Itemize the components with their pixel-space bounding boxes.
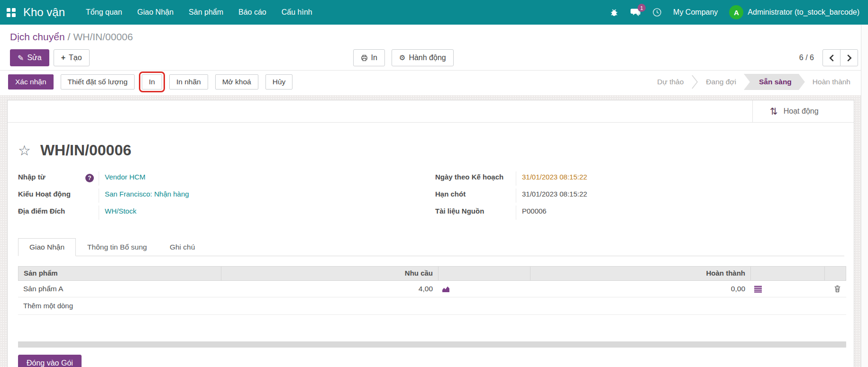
menu-products[interactable]: Sản phẩm [181, 0, 231, 25]
validate-button[interactable]: Xác nhận [8, 74, 54, 90]
avatar: A [729, 5, 743, 19]
page-scrollbar[interactable] [861, 25, 868, 367]
debug-icon[interactable] [610, 8, 619, 17]
cell-forecast [438, 281, 530, 297]
printer-icon [361, 54, 368, 62]
pencil-icon: ✎ [18, 54, 24, 63]
menu-configuration[interactable]: Cấu hình [274, 0, 320, 25]
message-count-badge: 1 [638, 4, 646, 12]
print-button[interactable]: In [353, 49, 385, 66]
breadcrumb-current: WH/IN/00006 [73, 31, 133, 42]
scheduled-date-value: 31/01/2023 08:15:22 [522, 173, 587, 181]
operation-type-link[interactable]: San Francisco: Nhận hàng [105, 190, 189, 198]
breadcrumb-separator: / [65, 31, 73, 42]
field-label: Nhập từ [18, 173, 46, 181]
field-source-document: Tài liệu Nguồn P00006 [435, 206, 701, 223]
put-in-pack-button[interactable]: Đóng vào Gói [18, 355, 82, 367]
breadcrumb-parent[interactable]: Dịch chuyển [10, 31, 65, 42]
field-scheduled-date: Ngày theo Kế hoạch 31/01/2023 08:15:22 [435, 171, 701, 188]
app-name[interactable]: Kho vận [23, 6, 65, 19]
activity-arrows-icon: ⇅ [770, 107, 778, 116]
user-name: Administrator (to_stock_barcode) [748, 8, 859, 17]
cell-demand[interactable]: 4,00 [221, 281, 438, 297]
field-label: Tài liệu Nguồn [435, 207, 484, 215]
step-ready[interactable]: Sẵn sàng [744, 74, 805, 90]
chevron-right-icon [691, 74, 698, 90]
chatter-topbar: ⇅ Hoạt động [8, 100, 854, 123]
activity-toggle[interactable]: ⇅ Hoạt động [752, 100, 854, 122]
col-empty-header [750, 266, 824, 281]
tab-operations[interactable]: Giao Nhận [18, 238, 76, 256]
notebook-tabs: Giao Nhận Thông tin Bổ sung Ghi chú [18, 238, 844, 256]
status-bar: Xác nhận Thiết đặt số lượng In In nhãn M… [0, 70, 868, 95]
status-pipeline: Dự thảo Đang đợi Sẵn sàng Hoàn thành [649, 74, 858, 90]
user-menu[interactable]: A Administrator (to_stock_barcode) [729, 5, 859, 19]
field-label: Địa điểm Đích [18, 207, 65, 215]
col-product-header[interactable]: Sản phẩm [18, 266, 221, 281]
trash-icon[interactable] [834, 285, 841, 293]
field-destination-location: Địa điểm Đích WH/Stock [18, 206, 435, 223]
field-deadline: Hạn chót 31/01/2023 08:15:22 [435, 188, 701, 206]
menu-overview[interactable]: Tổng quan [78, 0, 130, 25]
menu-transfers[interactable]: Giao Nhận [130, 0, 182, 25]
col-done-header[interactable]: Hoàn thành [530, 266, 750, 281]
unlock-button[interactable]: Mở khoá [215, 74, 258, 90]
breadcrumb: Dịch chuyển/WH/IN/00006 [10, 30, 858, 44]
control-panel: Dịch chuyển/WH/IN/00006 ✎ Sửa + Tạo In [0, 25, 868, 70]
source-document-value: P00006 [522, 207, 547, 215]
step-waiting[interactable]: Đang đợi [698, 74, 744, 90]
add-line-row: Thêm một dòng [18, 297, 846, 315]
add-line-link[interactable]: Thêm một dòng [23, 302, 73, 310]
tab-additional-info[interactable]: Thông tin Bổ sung [76, 238, 158, 256]
apps-menu-icon[interactable] [7, 8, 16, 17]
partner-link[interactable]: Vendor HCM [105, 173, 146, 181]
deadline-value: 31/01/2023 08:15:22 [522, 190, 587, 198]
activities-clock-icon[interactable] [652, 8, 662, 17]
table-row[interactable]: Sản phẩm A 4,00 0,00 [18, 281, 846, 297]
tab-note[interactable]: Ghi chú [158, 238, 206, 256]
menu-reporting[interactable]: Báo cáo [231, 0, 274, 25]
content-area: ⇅ Hoạt động ☆ WH/IN/00006 Nhập từ ? Vend… [0, 95, 868, 367]
col-empty-header [438, 266, 530, 281]
step-draft[interactable]: Dự thảo [649, 74, 691, 90]
create-button[interactable]: + Tạo [54, 49, 90, 66]
activity-label: Hoạt động [784, 107, 819, 116]
messages-icon[interactable]: 1 [630, 8, 641, 17]
gear-icon: ⚙ [399, 54, 405, 62]
help-icon[interactable]: ? [85, 174, 94, 182]
cancel-button[interactable]: Hủy [265, 74, 293, 90]
company-switcher[interactable]: My Company [673, 8, 718, 17]
cell-done[interactable]: 0,00 [530, 281, 750, 297]
table-horizontal-scrollbar[interactable] [18, 341, 846, 348]
step-done[interactable]: Hoàn thành [805, 74, 858, 90]
field-label: Kiểu Hoạt động [18, 190, 71, 198]
pager-previous-button[interactable] [822, 49, 841, 66]
cell-detailed-operations [750, 281, 824, 297]
action-button[interactable]: ⚙ Hành động [392, 49, 454, 66]
table-header-row: Sản phẩm Nhu cầu Hoàn thành [18, 266, 846, 281]
operations-table: Sản phẩm Nhu cầu Hoàn thành Sản phẩm A 4… [18, 266, 846, 315]
col-trash-header [824, 266, 846, 281]
detailed-operations-list-icon[interactable] [754, 286, 762, 293]
pager-counter: 6 / 6 [799, 54, 814, 62]
top-navbar: Kho vận Tổng quan Giao Nhận Sản phẩm Báo… [0, 0, 868, 25]
field-partner: Nhập từ ? Vendor HCM [18, 171, 435, 188]
print-labels-button[interactable]: In nhãn [169, 74, 208, 90]
form-sheet: ⇅ Hoạt động ☆ WH/IN/00006 Nhập từ ? Vend… [7, 100, 854, 367]
field-label: Ngày theo Kế hoạch [435, 173, 503, 181]
field-operation-type: Kiểu Hoạt động San Francisco: Nhận hàng [18, 188, 435, 206]
plus-icon: + [61, 54, 65, 62]
systray: 1 My Company A Administrator (to_stock_b… [610, 5, 859, 19]
main-menu: Tổng quan Giao Nhận Sản phẩm Báo cáo Cấu… [78, 0, 320, 25]
cell-product[interactable]: Sản phẩm A [18, 281, 221, 297]
edit-button[interactable]: ✎ Sửa [10, 49, 49, 66]
pager-next-button[interactable] [840, 49, 858, 66]
forecast-chart-icon[interactable] [442, 286, 450, 293]
cell-delete [824, 281, 846, 297]
col-demand-header[interactable]: Nhu cầu [221, 266, 438, 281]
set-quantities-button[interactable]: Thiết đặt số lượng [61, 74, 135, 90]
favorite-star-icon[interactable]: ☆ [18, 143, 31, 158]
destination-location-link[interactable]: WH/Stock [105, 207, 137, 215]
print-picking-button[interactable]: In [142, 74, 162, 90]
field-label: Hạn chót [435, 190, 466, 198]
